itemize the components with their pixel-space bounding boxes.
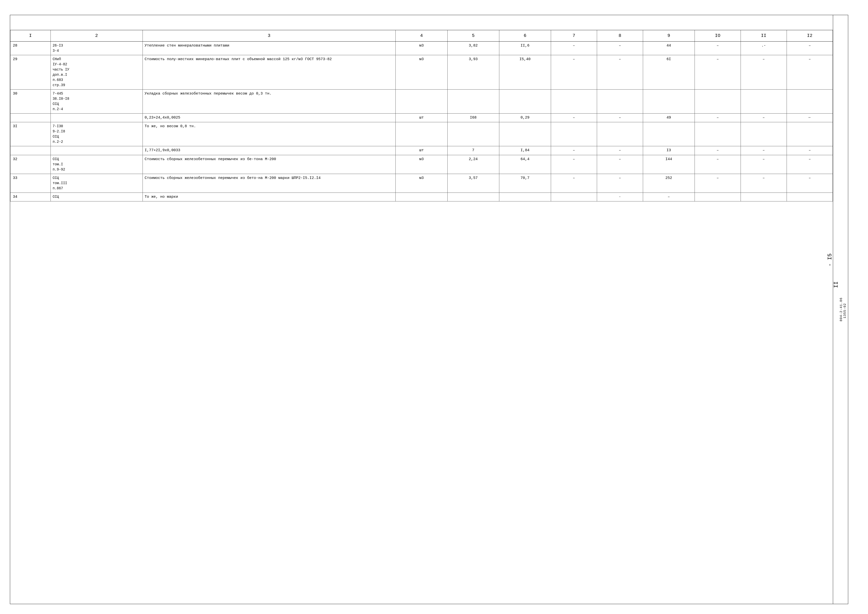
cell-3-11: ←	[787, 113, 832, 122]
main-content: I 2 3 4 5 6 7 8 9 IO II I2 2826	[10, 15, 833, 604]
cell-0-6: –	[551, 41, 597, 55]
cell-1-10: –	[741, 55, 787, 89]
cell-5-6: –	[551, 146, 597, 155]
cell-6-5: 64,4	[499, 155, 551, 174]
col-header-3: 3	[143, 30, 396, 41]
cell-7-0: 33	[10, 174, 51, 192]
cell-2-11	[787, 89, 832, 113]
cell-3-10: –	[741, 113, 787, 122]
col-header-1: I	[10, 30, 51, 41]
cell-0-5: II,6	[499, 41, 551, 55]
cell-5-5: I,84	[499, 146, 551, 155]
cell-8-6	[551, 192, 597, 202]
cell-0-9: –	[694, 41, 741, 55]
cell-5-11: –	[787, 146, 832, 155]
cell-8-10	[741, 192, 787, 202]
side-mark-15: - I5	[827, 253, 833, 267]
cell-4-8	[643, 122, 694, 146]
cell-1-0: 29	[10, 55, 51, 89]
table-row: 2826-I33-4Утепление стен минераловатными…	[10, 41, 833, 55]
side-mark-ii: II	[833, 281, 839, 288]
cell-6-11: –	[787, 155, 832, 174]
table-wrap: I 2 3 4 5 6 7 8 9 IO II I2 2826	[10, 15, 833, 604]
side-top-label: 1355-02	[843, 303, 847, 318]
cell-3-1	[51, 113, 143, 122]
cell-8-3	[396, 192, 447, 202]
cell-5-4: 7	[447, 146, 499, 155]
cell-0-4: 3,82	[447, 41, 499, 55]
cell-7-8: 252	[643, 174, 694, 192]
cell-2-5	[499, 89, 551, 113]
cell-2-10	[741, 89, 787, 113]
table-row: 0,23+24,4х0,0025штI680,29––49––←	[10, 113, 833, 122]
cell-2-1: 7-44538.I0-I8ССЦп.2-4	[51, 89, 143, 113]
cell-5-8: I3	[643, 146, 694, 155]
header-row: I 2 3 4 5 6 7 8 9 IO II I2	[10, 30, 833, 41]
page-container: I 2 3 4 5 6 7 8 9 IO II I2 2826	[10, 15, 848, 604]
cell-1-2: Стоимость полу-жестких минерало-ватных п…	[143, 55, 396, 89]
cell-6-10: –	[741, 155, 787, 174]
cell-2-3	[396, 89, 447, 113]
cell-4-0: 3I	[10, 122, 51, 146]
empty-top-row	[10, 15, 833, 30]
col-header-10: IO	[694, 30, 741, 41]
cell-4-4	[447, 122, 499, 146]
col-header-5: 5	[447, 30, 499, 41]
cell-5-7: –	[597, 146, 643, 155]
col-header-11: II	[741, 30, 787, 41]
cell-4-11	[787, 122, 832, 146]
cell-7-5: 70,7	[499, 174, 551, 192]
cell-1-6: –	[551, 55, 597, 89]
cell-0-3: м3	[396, 41, 447, 55]
cell-3-2: 0,23+24,4х0,0025	[143, 113, 396, 122]
cell-5-3: шт	[396, 146, 447, 155]
cell-2-4	[447, 89, 499, 113]
cell-4-7	[597, 122, 643, 146]
cell-1-5: I5,40	[499, 55, 551, 89]
cell-8-7: ·	[597, 192, 643, 202]
cell-2-8	[643, 89, 694, 113]
cell-8-11	[787, 192, 832, 202]
table-row: I,77+2I,9х0,0033шт7I,84––I3–––	[10, 146, 833, 155]
cell-5-0	[10, 146, 51, 155]
cell-2-0: 30	[10, 89, 51, 113]
cell-0-1: 26-I33-4	[51, 41, 143, 55]
cell-3-0	[10, 113, 51, 122]
side-label: 1355-02 804-2-41.86 II - I5	[833, 15, 848, 604]
cell-6-8: I44	[643, 155, 694, 174]
col-header-12: I2	[787, 30, 832, 41]
cell-5-1	[51, 146, 143, 155]
cell-3-6: –	[551, 113, 597, 122]
cell-2-2: Укладка сборных железобетонных перемычек…	[143, 89, 396, 113]
cell-2-6	[551, 89, 597, 113]
cell-3-4: I68	[447, 113, 499, 122]
cell-1-1: СНиПIУ-4-82часть IУдоп.в.Iп.683стр.39	[51, 55, 143, 89]
cell-0-10: .-	[741, 41, 787, 55]
cell-4-9	[694, 122, 741, 146]
col-header-6: 6	[499, 30, 551, 41]
cell-6-0: 32	[10, 155, 51, 174]
col-header-4: 4	[396, 30, 447, 41]
cell-7-3: м3	[396, 174, 447, 192]
cell-3-7: –	[597, 113, 643, 122]
cell-4-6	[551, 122, 597, 146]
table-row: 32ССЦтом.Iп.9-92Стоимость сборных железо…	[10, 155, 833, 174]
cell-7-7: –	[597, 174, 643, 192]
cell-1-7: –	[597, 55, 643, 89]
col-header-9: 9	[643, 30, 694, 41]
cell-7-1: ССЦтом.IIIп.867	[51, 174, 143, 192]
cell-0-11: –	[787, 41, 832, 55]
col-header-2: 2	[51, 30, 143, 41]
cell-4-5	[499, 122, 551, 146]
cell-2-7	[597, 89, 643, 113]
cell-1-3: м3	[396, 55, 447, 89]
cell-4-2: То же, но весом 0,8 тн.	[143, 122, 396, 146]
cell-8-9	[694, 192, 741, 202]
cell-7-10: –	[741, 174, 787, 192]
cell-6-1: ССЦтом.Iп.9-92	[51, 155, 143, 174]
cell-7-6: –	[551, 174, 597, 192]
cell-7-9: –	[694, 174, 741, 192]
cell-4-10	[741, 122, 787, 146]
table-row: 34ССЦТо же, но марки·–	[10, 192, 833, 202]
table-row: 307-44538.I0-I8ССЦп.2-4Укладка сборных ж…	[10, 89, 833, 113]
